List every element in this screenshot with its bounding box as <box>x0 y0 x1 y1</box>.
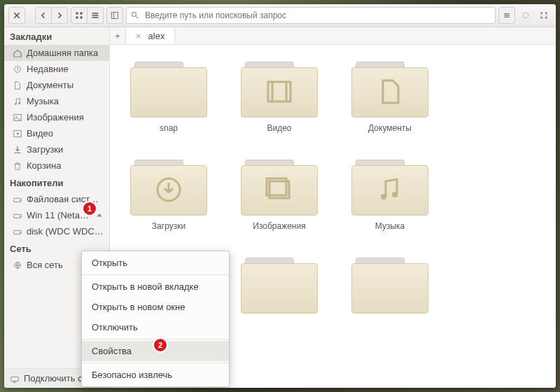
sidebar-item-label: Изображения <box>27 112 104 122</box>
folder-label: Загрузки <box>152 221 186 231</box>
fullscreen-button[interactable] <box>536 8 552 23</box>
context-item[interactable]: Безопасно извлечь <box>82 365 229 385</box>
folder-item[interactable]: Документы <box>348 62 432 133</box>
folder-item[interactable] <box>348 258 432 319</box>
annotation-badge-2: 2 <box>153 337 168 353</box>
settings-icon[interactable] <box>518 8 533 23</box>
drive-icon <box>13 211 22 220</box>
svg-rect-2 <box>76 17 78 19</box>
sidebar-item-image[interactable]: Изображения <box>4 109 109 125</box>
folder-icon <box>241 258 318 314</box>
trash-icon <box>13 161 22 171</box>
view-switch <box>71 7 104 24</box>
folder-icon <box>351 62 428 118</box>
svg-point-9 <box>18 102 20 104</box>
svg-rect-0 <box>76 13 78 15</box>
sidebar-item-home[interactable]: Домашняя папка <box>4 45 109 61</box>
context-separator <box>82 274 229 275</box>
home-icon <box>13 48 22 58</box>
context-separator <box>82 363 229 363</box>
sidebar-item-label: Домашняя папка <box>27 48 104 58</box>
svg-point-5 <box>132 13 136 17</box>
globe-icon <box>13 260 22 270</box>
folder-label: snap <box>160 123 178 133</box>
image-icon <box>13 113 22 122</box>
tab-current[interactable]: × alex <box>126 27 175 44</box>
svg-point-6 <box>523 13 528 18</box>
folder-icon <box>351 160 428 216</box>
tab-bar: + × alex <box>110 27 556 45</box>
sidebar-item-label: Недавние <box>27 64 104 74</box>
drive-context-menu: ОткрытьОткрыть в новой вкладкеОткрыть в … <box>81 251 230 387</box>
icon-view-button[interactable] <box>71 7 88 24</box>
list-view-button[interactable] <box>88 7 104 24</box>
forward-button[interactable] <box>52 7 68 24</box>
folder-label: Документы <box>368 123 412 133</box>
sidebar-item-label: Загрузки <box>27 144 104 155</box>
sidebar-section-bookmarks: Закладки <box>4 27 109 45</box>
sidebar-item-trash[interactable]: Корзина <box>4 158 109 174</box>
folder-label: Видео <box>267 123 291 133</box>
folder-item[interactable]: snap <box>127 62 211 133</box>
svg-rect-3 <box>80 17 83 19</box>
doc-icon <box>13 80 22 90</box>
folder-label: Изображения <box>253 221 305 231</box>
sidebar-item-doc[interactable]: Документы <box>4 77 109 93</box>
folder-icon <box>241 160 318 216</box>
back-button[interactable] <box>35 7 52 24</box>
svg-rect-4 <box>112 13 118 19</box>
sidebar-item-recent[interactable]: Недавние <box>4 61 109 77</box>
folder-icon <box>130 160 207 216</box>
svg-point-26 <box>392 192 398 197</box>
eject-icon[interactable] <box>95 211 104 220</box>
svg-point-8 <box>15 103 17 105</box>
svg-point-25 <box>381 194 386 200</box>
recent-icon <box>13 64 22 74</box>
sidebar-item-video[interactable]: Видео <box>4 125 109 141</box>
sidebar-item-label: Музыка <box>27 96 104 106</box>
tab-close-icon[interactable]: × <box>136 31 141 41</box>
svg-point-14 <box>20 200 21 201</box>
sidebar-section-drives: Накопители <box>4 174 109 191</box>
context-item[interactable]: Открыть в новом окне <box>82 297 229 317</box>
download-icon <box>13 145 22 155</box>
sidebar-drive-2[interactable]: disk (WDC WDС… <box>4 223 109 239</box>
context-item[interactable]: Отключить <box>82 317 229 337</box>
menu-button[interactable] <box>498 7 515 24</box>
context-item[interactable]: Открыть в новой вкладке <box>82 276 229 297</box>
close-button[interactable] <box>8 7 25 24</box>
annotation-badge-1: 1 <box>82 201 97 216</box>
drive-icon <box>13 195 22 204</box>
sidebar-item-label: Документы <box>27 80 104 90</box>
svg-point-16 <box>20 216 21 217</box>
folder-item[interactable] <box>237 258 321 319</box>
sidebar-item-label: disk (WDC WDС… <box>27 226 104 237</box>
folder-icon <box>130 62 207 118</box>
sidebar-item-music[interactable]: Музыка <box>4 93 109 109</box>
folder-icon <box>351 258 428 314</box>
folder-icon <box>241 62 318 118</box>
sidebar-item-label: Корзина <box>27 160 104 171</box>
svg-point-18 <box>20 232 21 233</box>
new-tab-button[interactable]: + <box>110 27 126 44</box>
folder-item[interactable]: Музыка <box>348 160 432 231</box>
sidebar-item-label: Видео <box>27 128 104 139</box>
search-input[interactable] <box>144 10 491 21</box>
toggle-sidebar-button[interactable] <box>106 7 123 24</box>
folder-item[interactable]: Изображения <box>237 160 321 231</box>
svg-rect-1 <box>80 13 83 15</box>
toolbar <box>4 4 556 27</box>
music-icon <box>13 97 22 106</box>
nav-back-forward <box>35 7 68 24</box>
svg-rect-20 <box>11 377 19 381</box>
folder-item[interactable]: Загрузки <box>127 160 211 231</box>
folder-label: Музыка <box>375 221 405 231</box>
context-item[interactable]: Открыть <box>82 253 229 273</box>
path-search-field[interactable] <box>126 7 496 24</box>
search-icon <box>131 11 139 20</box>
tab-label: alex <box>148 31 165 41</box>
connect-icon <box>10 374 20 384</box>
sidebar-item-download[interactable]: Загрузки <box>4 141 109 158</box>
folder-item[interactable]: Видео <box>237 62 321 133</box>
sidebar-item-label: Win 11 (Netac NV… <box>27 210 91 220</box>
